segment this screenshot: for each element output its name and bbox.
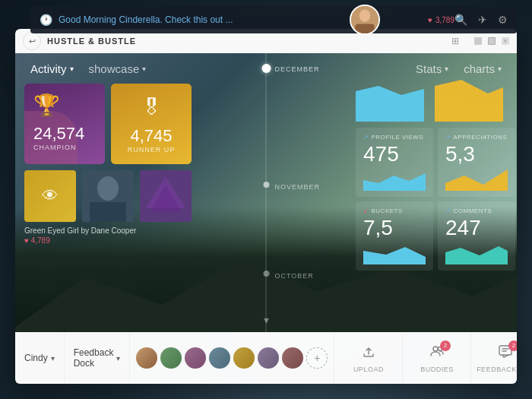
feedback-icon: 2 — [498, 344, 513, 363]
main-content: Activity ▾ showcase ▾ Stats ▾ charts ▾ D… — [15, 53, 517, 332]
tab-showcase[interactable]: showcase ▾ — [89, 62, 147, 75]
nav-tabs: Activity ▾ showcase ▾ — [30, 62, 146, 75]
back-button[interactable]: ↩ — [23, 32, 41, 50]
dock-avatar-1[interactable] — [136, 347, 157, 369]
dock-cindy-label: Cindy — [24, 353, 48, 363]
buckets-chart — [363, 242, 426, 264]
top-cards-row: 🏆 24,574 CHAMPION 🎖 4,745 RUNNER UP — [24, 84, 192, 164]
stat-value-appreciations: 5,3 — [445, 144, 508, 165]
arrow-down-icon: ↙ — [363, 207, 369, 214]
upload-button[interactable]: UPLOAD — [334, 332, 402, 384]
add-buddy-button[interactable]: + — [306, 347, 328, 369]
feedback-label: FEEDBACK DKS — [477, 366, 517, 373]
champion-number: 24,574 — [33, 124, 96, 144]
grid-icon[interactable]: ⊞ — [451, 36, 459, 46]
runner-label: RUNNER UP — [128, 146, 176, 154]
chevron-down-icon: ▾ — [498, 65, 502, 73]
stat-card-buckets: ↙ BUCKETS 7,5 — [356, 201, 433, 271]
stat-value-comments: 247 — [445, 217, 508, 239]
timeline-label-november: NOVEMBER — [275, 183, 321, 191]
dock-cindy-section: Cindy ▾ — [15, 332, 65, 384]
trophy-icon: 🏆 — [33, 93, 96, 118]
runner-number: 4,745 — [130, 126, 172, 146]
maximize-button[interactable] — [488, 37, 496, 45]
chevron-down-icon: ▾ — [142, 65, 146, 73]
dock-avatar-6[interactable] — [258, 347, 279, 369]
champion-card: 🏆 24,574 CHAMPION — [24, 84, 105, 164]
clock-icon: 🕐 — [40, 14, 52, 26]
tab-activity-label: Activity — [30, 62, 67, 75]
dock-avatar-2[interactable] — [160, 347, 182, 369]
big-bar-yellow-container — [435, 80, 508, 122]
stat-card-appreciations: ↗ APPRECIATIONS 5,3 — [438, 128, 515, 197]
eye-card-thumb[interactable]: 👁 — [24, 170, 76, 222]
runner-card: 🎖 4,745 RUNNER UP — [111, 84, 192, 164]
feedback-badge: 2 — [508, 340, 517, 351]
dock-avatars: + — [130, 347, 334, 369]
comments-chart — [445, 242, 508, 264]
champion-label: CHAMPION — [33, 144, 96, 151]
notification-likes: ♥ 3,789 — [428, 16, 454, 24]
portrait-thumb[interactable] — [82, 170, 134, 222]
activity-section: 🏆 24,574 CHAMPION 🎖 4,745 RUNNER UP — [24, 84, 192, 245]
arrow-up-icon: ↗ — [445, 134, 451, 141]
appreciations-chart — [445, 168, 508, 191]
stat-label-profile-views: ↗ PROFILE VIEWS — [363, 134, 426, 141]
stats-section: ↗ PROFILE VIEWS 475 ↗ APPR — [356, 84, 508, 271]
buddies-icon: 2 — [429, 344, 445, 363]
tab-stats-label: Stats — [416, 62, 442, 75]
tab-charts[interactable]: charts ▾ — [464, 62, 502, 75]
timeline-dot-november — [263, 182, 269, 188]
dock-feedback-section: Feedback Dock ▾ — [65, 332, 131, 384]
chevron-down-icon: ▾ — [116, 354, 120, 363]
dock-avatar-3[interactable] — [185, 347, 206, 369]
greeting-text: Good Morning — [59, 14, 119, 25]
dock-avatar-5[interactable] — [233, 347, 255, 369]
app-title: HUSTLE & BUSTLE — [47, 36, 451, 46]
dock-actions: UPLOAD 2 BUDDIES — [334, 332, 517, 384]
send-icon[interactable]: ✈ — [478, 14, 487, 26]
search-icon[interactable]: 🔍 — [454, 14, 467, 26]
arrow-up-icon: ↗ — [445, 207, 451, 214]
big-bar-yellow-chart — [435, 80, 503, 122]
profile-views-chart — [363, 168, 426, 191]
purple-geo-thumb[interactable] — [140, 170, 192, 222]
notification-icons[interactable]: 🔍 ✈ ⚙ — [454, 14, 508, 26]
buddies-label: BUDDIES — [420, 366, 454, 373]
window-controls: ⊞ × — [451, 36, 509, 46]
tab-charts-label: charts — [464, 62, 495, 75]
username-text: Cinderella — [119, 14, 160, 25]
likes-count: 3,789 — [435, 16, 454, 24]
timeline-dot-october — [263, 271, 269, 277]
notification-bar: 🕐 Good Morning Cinderella. Check this ou… — [30, 6, 517, 33]
tab-showcase-label: showcase — [89, 62, 140, 75]
big-charts — [356, 84, 508, 122]
feedback-button[interactable]: 2 FEEDBACK DKS — [470, 332, 517, 384]
minimize-button[interactable] — [474, 37, 482, 45]
nav-right: Stats ▾ charts ▾ — [416, 62, 502, 75]
timeline-arrow-down-icon: ▾ — [264, 314, 269, 326]
svg-point-21 — [433, 347, 438, 351]
dock-avatar-4[interactable] — [209, 347, 230, 369]
dock-feedback-label: Feedback Dock — [74, 347, 114, 369]
svg-rect-5 — [90, 202, 126, 222]
stat-label-comments: ↗ COMMENTS — [445, 207, 508, 214]
thumbnail-row: 👁 — [24, 170, 192, 222]
stat-label-buckets: ↙ BUCKETS — [363, 207, 426, 214]
medal-icon: 🎖 — [141, 95, 162, 120]
close-button[interactable]: × — [502, 37, 509, 45]
chevron-down-icon: ▾ — [70, 65, 74, 73]
dock-avatar-7[interactable] — [282, 347, 303, 369]
settings-icon[interactable]: ⚙ — [498, 14, 508, 26]
user-avatar — [350, 5, 380, 35]
arrow-up-icon: ↗ — [363, 134, 369, 141]
upload-icon — [361, 344, 376, 363]
timeline-label-december: DECEMBER — [275, 65, 320, 73]
tab-stats[interactable]: Stats ▾ — [416, 62, 448, 75]
upload-label: UPLOAD — [353, 366, 384, 373]
activity-caption-likes: ♥ 4,789 — [24, 236, 192, 245]
tab-activity[interactable]: Activity ▾ — [30, 62, 74, 75]
message-text: . Check this out ... — [160, 14, 233, 25]
svg-rect-2 — [355, 24, 374, 33]
buddies-button[interactable]: 2 BUDDIES — [402, 332, 470, 384]
